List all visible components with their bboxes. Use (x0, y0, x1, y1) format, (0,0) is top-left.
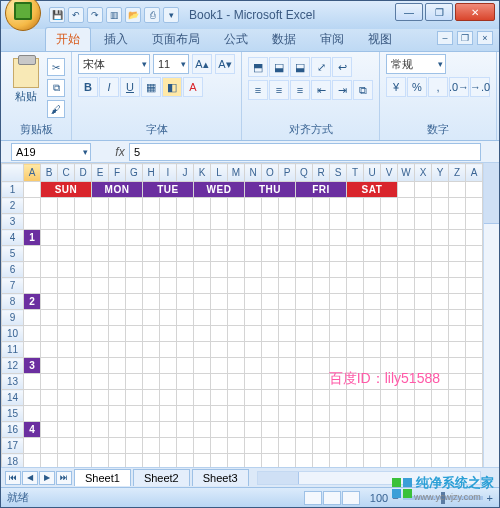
cell[interactable] (109, 198, 126, 214)
cell[interactable] (24, 182, 41, 198)
cell[interactable]: 2 (24, 294, 41, 310)
cell[interactable] (381, 262, 398, 278)
cell[interactable] (330, 454, 347, 468)
cell[interactable] (143, 262, 160, 278)
cell[interactable] (381, 374, 398, 390)
cell[interactable] (109, 358, 126, 374)
doc-min[interactable]: – (437, 31, 453, 45)
doc-restore[interactable]: ❐ (457, 31, 473, 45)
cell[interactable] (262, 198, 279, 214)
cell[interactable] (92, 246, 109, 262)
row-header-15[interactable]: 15 (2, 406, 24, 422)
cell[interactable] (143, 294, 160, 310)
cell[interactable] (364, 390, 381, 406)
row-header-13[interactable]: 13 (2, 374, 24, 390)
sheet-nav-last[interactable]: ⏭ (56, 471, 72, 485)
cell[interactable] (194, 326, 211, 342)
row-header-5[interactable]: 5 (2, 246, 24, 262)
cell[interactable] (211, 358, 228, 374)
view-normal[interactable] (304, 491, 322, 505)
day-header-wed[interactable]: WED (194, 182, 245, 198)
cell[interactable] (211, 198, 228, 214)
cell[interactable] (126, 406, 143, 422)
indent-inc[interactable]: ⇥ (332, 80, 352, 100)
cell[interactable] (466, 326, 483, 342)
cell[interactable] (177, 326, 194, 342)
cell[interactable] (109, 422, 126, 438)
cell[interactable] (245, 214, 262, 230)
cell[interactable] (398, 358, 415, 374)
cell[interactable] (109, 406, 126, 422)
cell[interactable] (177, 246, 194, 262)
col-header-I[interactable]: I (160, 164, 177, 182)
copy-button[interactable]: ⧉ (47, 79, 65, 97)
cell[interactable] (228, 246, 245, 262)
cell[interactable] (160, 246, 177, 262)
cell[interactable] (58, 390, 75, 406)
cell[interactable] (262, 390, 279, 406)
col-header-G[interactable]: G (126, 164, 143, 182)
cell[interactable] (364, 438, 381, 454)
cell[interactable] (415, 422, 432, 438)
cell[interactable] (92, 390, 109, 406)
indent-dec[interactable]: ⇤ (311, 80, 331, 100)
cell[interactable] (449, 246, 466, 262)
cell[interactable] (296, 406, 313, 422)
cell[interactable] (449, 198, 466, 214)
cell[interactable] (313, 262, 330, 278)
cell[interactable] (466, 406, 483, 422)
cell[interactable] (41, 310, 58, 326)
cell[interactable] (75, 390, 92, 406)
row-header-14[interactable]: 14 (2, 390, 24, 406)
orientation[interactable]: ⤢ (311, 57, 331, 77)
cell[interactable] (313, 198, 330, 214)
cell[interactable] (41, 374, 58, 390)
border-button[interactable]: ▦ (141, 77, 161, 97)
cell[interactable] (92, 438, 109, 454)
col-header-Y[interactable]: Y (432, 164, 449, 182)
cell[interactable] (330, 374, 347, 390)
cell[interactable] (228, 390, 245, 406)
cell[interactable] (143, 246, 160, 262)
cell[interactable]: 3 (24, 358, 41, 374)
cell[interactable] (177, 262, 194, 278)
cell[interactable] (92, 422, 109, 438)
cell[interactable] (466, 374, 483, 390)
cell[interactable] (364, 294, 381, 310)
cell[interactable] (160, 422, 177, 438)
cell[interactable] (41, 198, 58, 214)
tab-layout[interactable]: 页面布局 (141, 27, 211, 51)
cell[interactable] (126, 262, 143, 278)
cell[interactable] (279, 390, 296, 406)
cell[interactable] (415, 438, 432, 454)
cell[interactable] (466, 454, 483, 468)
cell[interactable] (415, 294, 432, 310)
cell[interactable] (466, 214, 483, 230)
cell[interactable] (364, 406, 381, 422)
cell[interactable] (177, 310, 194, 326)
cell[interactable] (24, 390, 41, 406)
cell[interactable] (381, 310, 398, 326)
cell[interactable] (279, 278, 296, 294)
cell[interactable] (415, 230, 432, 246)
cell[interactable] (58, 358, 75, 374)
cell[interactable] (313, 358, 330, 374)
cell[interactable] (126, 374, 143, 390)
cell[interactable] (75, 278, 92, 294)
cell[interactable] (347, 422, 364, 438)
cell[interactable] (364, 278, 381, 294)
cell[interactable] (330, 262, 347, 278)
col-header-W[interactable]: W (398, 164, 415, 182)
cell[interactable] (126, 422, 143, 438)
cell[interactable] (58, 310, 75, 326)
cell[interactable] (177, 422, 194, 438)
cell[interactable] (313, 454, 330, 468)
cell[interactable] (449, 406, 466, 422)
cell[interactable] (432, 310, 449, 326)
sheet-tab-3[interactable]: Sheet3 (192, 469, 249, 486)
cell[interactable] (296, 214, 313, 230)
cell[interactable] (415, 214, 432, 230)
cell[interactable] (109, 246, 126, 262)
cell[interactable] (92, 230, 109, 246)
cell[interactable] (415, 246, 432, 262)
